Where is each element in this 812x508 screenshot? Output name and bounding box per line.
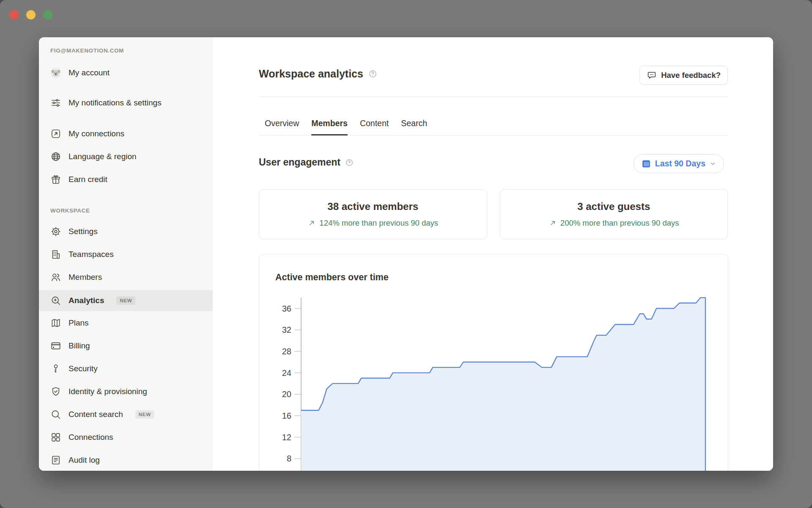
sidebar-item-language-region[interactable]: Language & region	[39, 147, 213, 166]
magnifier-icon	[50, 409, 61, 420]
sidebar-item-label: Members	[69, 272, 102, 283]
stat-title: 38 active members	[327, 200, 418, 213]
gift-icon	[50, 174, 61, 185]
active-members-card: 38 active members 124% more than previou…	[259, 189, 487, 239]
sidebar-item-label: Billing	[69, 340, 90, 351]
sidebar-item-label: My account	[69, 67, 110, 78]
sidebar-item-label: Teamspaces	[69, 249, 114, 260]
globe-icon	[50, 151, 61, 162]
sidebar-item-label: Analytics	[69, 295, 104, 306]
screen: FIG@MAKENOTION.COM My accountMy notifica…	[0, 0, 812, 508]
sidebar-item-my-notifications-settings[interactable]: My notifications & settings	[39, 87, 213, 119]
sidebar-item-label: Language & region	[69, 151, 137, 162]
stat-cards: 38 active members 124% more than previou…	[259, 189, 728, 239]
sidebar-item-label: My connections	[69, 128, 124, 139]
settings-sidebar: FIG@MAKENOTION.COM My accountMy notifica…	[39, 37, 213, 471]
sidebar-item-label: My notifications & settings	[69, 97, 162, 108]
stat-title: 3 active guests	[577, 200, 650, 213]
sidebar-item-label: Content search	[69, 409, 123, 420]
chevron-down-icon	[709, 160, 716, 167]
have-feedback-button[interactable]: Have feedback?	[639, 66, 728, 85]
arrow-up-right-box-icon	[50, 128, 61, 139]
sidebar-item-members[interactable]: Members	[39, 268, 213, 287]
grid-icon	[50, 432, 61, 443]
building-icon	[50, 249, 61, 260]
sidebar-item-teamspaces[interactable]: Teamspaces	[39, 245, 213, 264]
audit-log-icon	[50, 455, 61, 466]
tab-members[interactable]: Members	[311, 115, 348, 135]
analytics-main: Workspace analytics Have feedback? Overv…	[213, 37, 773, 471]
svg-text:32: 32	[282, 325, 291, 334]
people-icon	[50, 272, 61, 283]
sidebar-item-label: Connections	[69, 432, 113, 443]
active-guests-card: 3 active guests 200% more than previous …	[500, 189, 728, 239]
sidebar-item-label: Audit log	[69, 455, 100, 466]
calendar-icon	[641, 159, 651, 169]
key-icon	[50, 363, 61, 374]
sidebar-item-security[interactable]: Security	[39, 359, 213, 378]
new-badge: NEW	[116, 296, 135, 305]
page-header: Workspace analytics	[259, 68, 377, 80]
sidebar-item-identity-provisioning[interactable]: Identity & provisioning	[39, 382, 213, 401]
svg-text:36: 36	[282, 304, 291, 313]
active-members-over-time-chart: 363228242016128	[259, 254, 728, 471]
magnifier-sparkle-icon	[50, 295, 61, 306]
svg-text:28: 28	[282, 347, 291, 356]
svg-text:20: 20	[282, 389, 291, 399]
new-badge: NEW	[135, 410, 154, 419]
svg-text:12: 12	[282, 433, 291, 442]
svg-text:16: 16	[282, 411, 291, 420]
koala-avatar	[50, 67, 61, 78]
engagement-header: User engagement	[259, 157, 354, 168]
sidebar-item-my-account[interactable]: My account	[39, 64, 213, 82]
sidebar-item-connections[interactable]: Connections	[39, 428, 213, 447]
gear-icon	[50, 226, 61, 237]
sidebar-item-label: Identity & provisioning	[69, 386, 147, 397]
sidebar-item-label: Plans	[69, 318, 89, 329]
help-icon[interactable]	[368, 69, 377, 78]
svg-text:8: 8	[287, 454, 291, 463]
engagement-section-title: User engagement	[259, 157, 340, 168]
zoom-window-button[interactable]	[43, 10, 52, 19]
workspace-section-label: WORKSPACE	[50, 207, 90, 214]
sidebar-item-billing[interactable]: Billing	[39, 337, 213, 355]
page-title: Workspace analytics	[259, 68, 363, 80]
stat-delta-text: 124% more than previous 90 days	[319, 218, 438, 228]
minimize-window-button[interactable]	[26, 10, 36, 19]
sidebar-item-my-connections[interactable]: My connections	[39, 124, 213, 143]
active-members-chart-panel: Active members over time 363228242016128	[259, 254, 728, 471]
settings-dialog: FIG@MAKENOTION.COM My accountMy notifica…	[39, 37, 773, 471]
close-window-button[interactable]	[9, 10, 19, 19]
tab-overview[interactable]: Overview	[265, 115, 299, 135]
date-range-label: Last 90 Days	[655, 159, 705, 168]
tab-content[interactable]: Content	[360, 115, 389, 135]
stat-delta: 200% more than previous 90 days	[549, 218, 679, 228]
shield-check-icon	[50, 386, 61, 397]
arrow-up-right-icon	[549, 219, 557, 227]
help-icon[interactable]	[345, 158, 354, 167]
analytics-tabs: OverviewMembersContentSearch	[259, 115, 728, 135]
sliders-icon	[50, 97, 61, 108]
stat-delta-text: 200% more than previous 90 days	[560, 218, 679, 228]
sidebar-item-label: Settings	[69, 226, 98, 237]
sidebar-item-content-search[interactable]: Content searchNEW	[39, 405, 213, 424]
map-icon	[50, 318, 61, 329]
speech-bubble-icon	[647, 70, 657, 80]
header-divider	[259, 97, 728, 97]
sidebar-item-label: Earn credit	[69, 174, 107, 185]
stat-delta: 124% more than previous 90 days	[307, 218, 438, 228]
svg-text:24: 24	[282, 368, 291, 378]
sidebar-item-settings[interactable]: Settings	[39, 222, 213, 241]
sidebar-item-earn-credit[interactable]: Earn credit	[39, 170, 213, 189]
date-range-filter[interactable]: Last 90 Days	[634, 154, 724, 173]
sidebar-item-plans[interactable]: Plans	[39, 314, 213, 332]
window-controls	[9, 10, 52, 19]
sidebar-item-label: Security	[69, 363, 98, 374]
account-email-label: FIG@MAKENOTION.COM	[50, 47, 124, 54]
sidebar-item-analytics[interactable]: AnalyticsNEW	[39, 290, 213, 311]
arrow-up-right-icon	[307, 219, 316, 227]
feedback-button-label: Have feedback?	[661, 71, 721, 80]
tab-search[interactable]: Search	[401, 115, 427, 135]
credit-card-icon	[50, 340, 61, 351]
sidebar-item-audit-log[interactable]: Audit log	[39, 451, 213, 469]
